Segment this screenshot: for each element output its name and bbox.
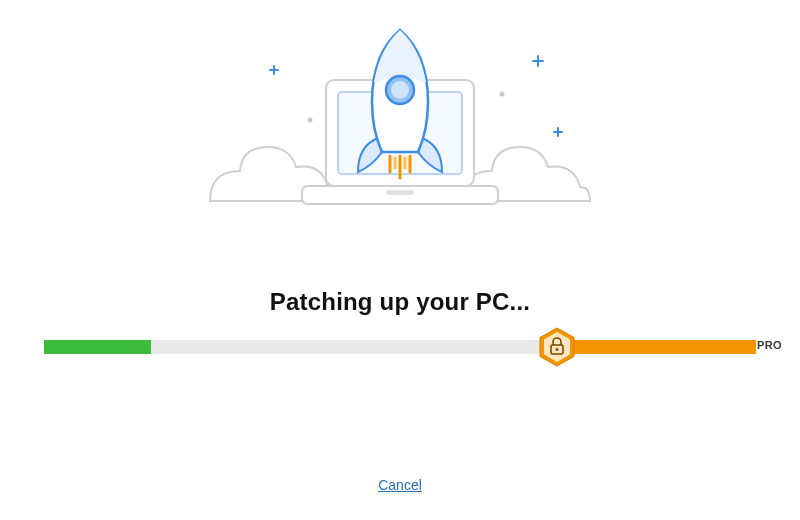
page-title: Patching up your PC... bbox=[0, 288, 800, 316]
progress-screen: Patching up your PC... PRO Cancel bbox=[0, 0, 800, 520]
lock-icon bbox=[537, 327, 577, 367]
svg-rect-10 bbox=[386, 190, 414, 195]
svg-point-21 bbox=[555, 348, 558, 351]
progress-fill-completed bbox=[44, 340, 151, 354]
pro-label: PRO bbox=[757, 339, 782, 351]
progress-bar bbox=[44, 340, 756, 354]
progress-fill-pro bbox=[557, 340, 756, 354]
pro-lock-badge bbox=[537, 327, 577, 367]
svg-point-6 bbox=[308, 118, 313, 123]
cancel-link[interactable]: Cancel bbox=[378, 477, 422, 493]
svg-point-7 bbox=[500, 92, 505, 97]
svg-point-12 bbox=[391, 81, 409, 99]
hero-illustration bbox=[190, 16, 610, 226]
rocket-laptop-icon bbox=[190, 16, 610, 226]
